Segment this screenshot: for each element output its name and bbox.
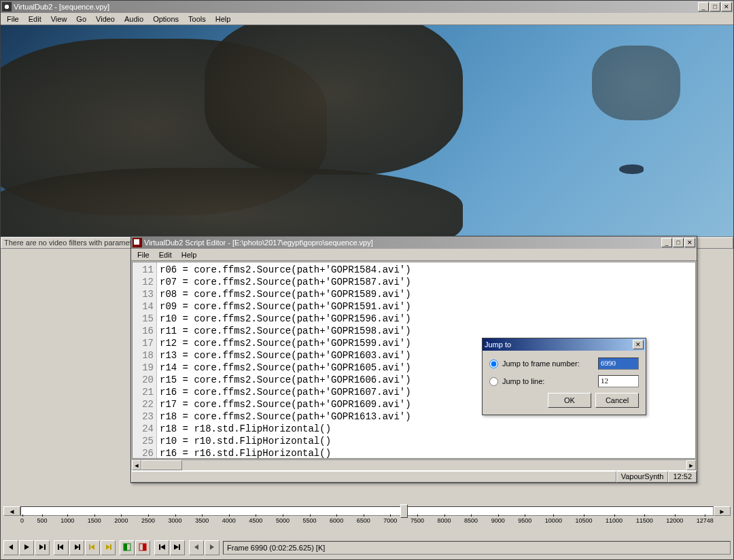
menu-file[interactable]: File [2,14,24,24]
go-end-button[interactable] [170,540,185,555]
menu-options[interactable]: Options [148,14,184,24]
tick-11500: 11500 [636,517,653,524]
tick-12000: 12000 [666,517,683,524]
tick-5500: 5500 [303,517,317,524]
play-button[interactable] [19,540,34,555]
tick-end: 12748 [697,517,714,524]
script-app-icon [133,238,142,247]
key-back-icon [88,542,97,553]
input-line-number[interactable]: 12 [598,375,639,387]
status-script-type: VapourSynth [616,471,669,483]
tick-11000: 11000 [606,517,623,524]
tick-3000: 3000 [169,517,182,524]
script-close-button[interactable]: ✕ [684,238,695,247]
menu-tools[interactable]: Tools [184,14,211,24]
tick-7000: 7000 [383,517,397,524]
tick-7500: 7500 [410,517,424,524]
status-spacer [131,471,616,483]
prev-drop-button[interactable] [189,540,204,555]
horizontal-scrollbar[interactable]: ◄ ► [132,459,696,470]
cancel-button[interactable]: Cancel [595,393,639,408]
scroll-right-arrow[interactable]: ► [686,460,696,470]
rewind-button[interactable] [3,540,18,555]
tick-9500: 9500 [518,517,531,524]
tick-3500: 3500 [195,517,209,524]
step-fwd-button[interactable] [69,540,84,555]
minimize-button[interactable]: _ [698,2,709,12]
timeline-left-arrow[interactable]: ◄ [3,506,20,516]
script-menu-edit[interactable]: Edit [154,250,177,260]
prev-drop-icon [192,542,201,553]
script-menu-file[interactable]: File [133,250,154,260]
transport-toolbar: Frame 6990 (0:02:25.625) [K] [3,539,731,557]
timeline-right-arrow[interactable]: ► [714,506,731,516]
go-start-icon [157,542,167,553]
go-end-icon [173,542,182,553]
script-maximize-button[interactable]: □ [673,238,684,247]
main-menubar: FileEditViewGoVideoAudioOptionsToolsHelp [1,13,733,25]
mark-in-button[interactable] [120,540,135,555]
tick-8500: 8500 [464,517,478,524]
maximize-button[interactable]: □ [710,2,720,12]
menu-edit[interactable]: Edit [24,14,46,24]
menu-view[interactable]: View [46,14,72,24]
script-statusbar: VapourSynth 12:52 [131,470,697,483]
input-frame-number[interactable]: 6990 [598,357,639,370]
mark-in-icon [122,542,132,553]
play-out-icon [37,542,47,553]
close-button[interactable]: ✕ [721,2,732,12]
main-title: VirtualDub2 - [sequence.vpy] [14,3,698,11]
label-jump-frame: Jump to frame number: [502,360,598,368]
menu-audio[interactable]: Audio [120,14,148,24]
script-titlebar[interactable]: VirtualDub2 Script Editor - [E:\photo\20… [131,237,697,249]
timeline-track[interactable] [20,506,714,516]
tick-1000: 1000 [60,517,74,524]
tick-2000: 2000 [114,517,128,524]
tick-0: 0 [20,517,24,524]
tick-9000: 9000 [491,517,505,524]
ok-button[interactable]: OK [548,393,591,408]
dialog-titlebar[interactable]: Jump to ✕ [483,338,646,351]
radio-jump-frame[interactable] [489,360,498,368]
script-title: VirtualDub2 Script Editor - [E:\photo\20… [144,239,661,247]
mark-out-icon [138,542,147,553]
main-titlebar[interactable]: VirtualDub2 - [sequence.vpy] _ □ ✕ [1,1,733,13]
status-cursor-pos: 12:52 [668,471,697,483]
dialog-close-button[interactable]: ✕ [633,340,644,349]
menu-video[interactable]: Video [91,14,120,24]
play-out-button[interactable] [35,540,50,555]
step-fwd-icon [72,542,82,553]
fish-icon [619,164,644,174]
jump-to-dialog: Jump to ✕ Jump to frame number: 6990 Jum… [482,338,646,415]
tick-4500: 4500 [249,517,262,524]
menu-help[interactable]: Help [211,14,236,24]
label-jump-line: Jump to line: [502,377,598,385]
tick-1500: 1500 [88,517,101,524]
tick-2500: 2500 [141,517,155,524]
tick-8000: 8000 [437,517,451,524]
menu-go[interactable]: Go [71,14,91,24]
timeline-scrubber[interactable] [400,504,408,518]
step-back-button[interactable] [54,540,69,555]
radio-jump-line[interactable] [489,377,498,386]
scroll-thumb[interactable] [141,460,182,470]
tick-5000: 5000 [276,517,290,524]
key-back-button[interactable] [85,540,100,555]
play-icon [22,542,31,553]
script-menubar: FileEditHelp [131,249,697,261]
key-fwd-icon [103,542,113,553]
tick-500: 500 [37,517,48,524]
tick-6500: 6500 [357,517,370,524]
key-fwd-button[interactable] [101,540,116,555]
frame-status: Frame 6990 (0:02:25.625) [K] [223,541,731,555]
script-menu-help[interactable]: Help [177,250,202,260]
go-start-button[interactable] [154,540,169,555]
scroll-left-arrow[interactable]: ◄ [132,460,141,470]
tick-4000: 4000 [222,517,236,524]
tick-6000: 6000 [330,517,343,524]
next-drop-icon [207,542,217,553]
script-minimize-button[interactable]: _ [661,238,672,247]
mark-out-button[interactable] [135,540,150,555]
line-number-gutter: 11121314151617181920212223242526 [133,262,157,458]
next-drop-button[interactable] [205,540,220,555]
